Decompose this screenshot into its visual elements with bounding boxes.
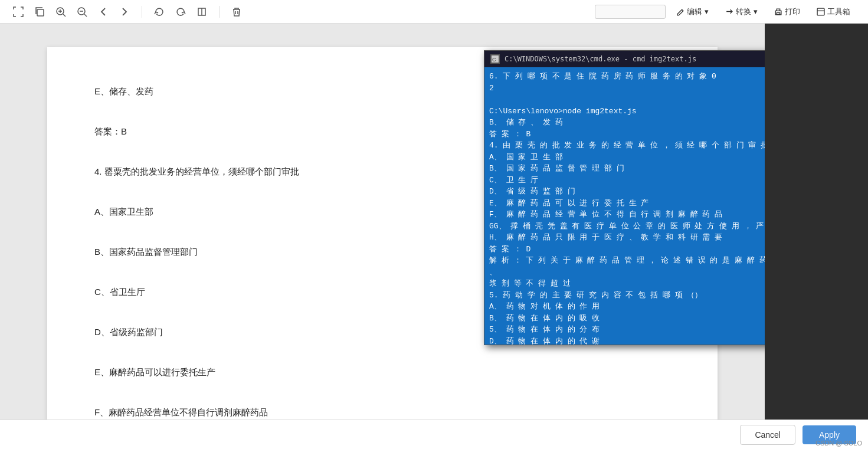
delete-icon[interactable]	[230, 5, 243, 18]
toolbar-separator-2	[219, 6, 220, 18]
pdf-line	[94, 384, 670, 401]
print-button[interactable]: 打印	[768, 4, 806, 19]
search-input[interactable]	[595, 5, 666, 19]
cancel-button[interactable]: Cancel	[740, 425, 795, 445]
svg-text:C: C	[492, 57, 496, 63]
cmd-title-text: C:\WINDOWS\system32\cmd.exe - cmd img2te…	[505, 55, 696, 63]
zoom-in-icon[interactable]	[54, 5, 67, 18]
svg-rect-13	[777, 12, 779, 14]
right-sidebar	[765, 24, 868, 419]
prev-page-icon[interactable]	[97, 5, 110, 18]
toolbar-separator	[142, 6, 142, 18]
convert-button[interactable]: 转换 ▾	[719, 4, 764, 19]
fullscreen-icon[interactable]	[12, 5, 25, 18]
copy-icon[interactable]	[33, 5, 46, 18]
zoom-out-icon[interactable]	[76, 5, 89, 18]
toolbar-right: 编辑 ▾ 转换 ▾ 打印 工具箱	[595, 4, 856, 19]
cmd-window-icon: C	[490, 54, 500, 64]
cmd-titlebar: C C:\WINDOWS\system32\cmd.exe - cmd img2…	[484, 51, 765, 67]
main-area: E、储存、发药 答案：B 4. 罂粟壳的批发业务的经营单位，须经哪个部门审批 A…	[0, 24, 868, 419]
edit-button[interactable]: 编辑 ▾	[670, 4, 715, 19]
pdf-line	[94, 343, 670, 361]
fit-page-icon[interactable]	[195, 5, 208, 18]
pdf-line: E、麻醉药品可以进行委托生产	[94, 363, 670, 381]
watermark: CSDN @·SOLO	[815, 440, 862, 447]
rotate-ccw-icon[interactable]	[153, 5, 166, 18]
toolbar: 编辑 ▾ 转换 ▾ 打印 工具箱	[0, 0, 868, 24]
bottom-bar: Cancel Apply CSDN @·SOLO	[0, 419, 868, 449]
cmd-window[interactable]: C C:\WINDOWS\system32\cmd.exe - cmd img2…	[484, 50, 765, 345]
svg-rect-0	[37, 9, 44, 16]
svg-line-6	[84, 14, 87, 17]
tools-button[interactable]: 工具箱	[811, 4, 856, 19]
svg-rect-14	[817, 8, 824, 15]
pdf-line: F、麻醉药品经营单位不得自行调剂麻醉药品	[94, 404, 670, 419]
next-page-icon[interactable]	[118, 5, 131, 18]
cmd-output[interactable]: 6. 下 列 哪 项 不 是 住 院 药 房 药 师 服 务 的 对 象 0 2…	[484, 67, 765, 345]
svg-line-2	[63, 14, 65, 17]
pdf-viewer[interactable]: E、储存、发药 答案：B 4. 罂粟壳的批发业务的经营单位，须经哪个部门审批 A…	[0, 24, 765, 419]
rotate-cw-icon[interactable]	[174, 5, 187, 18]
